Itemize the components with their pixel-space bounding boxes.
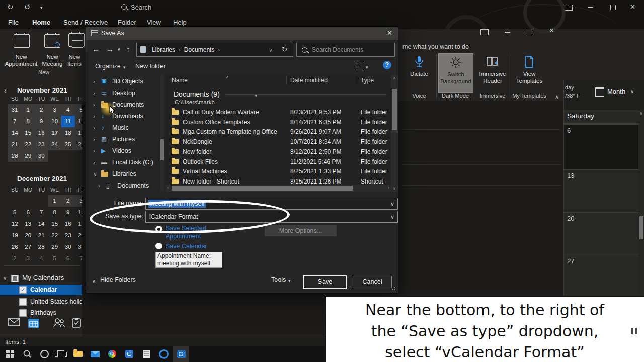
mini-calendar-day[interactable]: 9	[35, 116, 48, 127]
mini-calendar-day[interactable]: 12	[75, 116, 83, 127]
checkbox[interactable]	[19, 298, 27, 306]
save-calendar-label[interactable]: Save Calendar	[166, 242, 207, 250]
mini-calendar-day[interactable]: 18	[61, 127, 75, 139]
mini-calendar-day[interactable]: 28	[8, 150, 22, 162]
module-people-icon[interactable]	[52, 318, 65, 330]
file-row-call-of-duty-modern-warfare[interactable]: Call of Duty Modern Warfare8/23/2021 9:5…	[166, 107, 391, 117]
view-templates-button[interactable]: ViewTemplates	[513, 53, 545, 92]
mini-calendar-day[interactable]: 3	[48, 104, 62, 116]
tools-button[interactable]: Tools	[271, 276, 286, 283]
mini-calendar-day[interactable]: 22	[48, 230, 62, 241]
window-split-icon[interactable]	[480, 29, 489, 35]
view-chevron-icon[interactable]: ▾	[366, 65, 368, 70]
collapsed-chevron-icon[interactable]: ›	[93, 111, 95, 122]
history-chevron-icon[interactable]: ∨	[117, 47, 121, 52]
taskbar-mail-icon[interactable]	[87, 346, 103, 362]
checkbox[interactable]: ✓	[19, 286, 27, 294]
ribbon-tab-home[interactable]: Home	[29, 17, 53, 28]
ribbon-tab-file[interactable]: File	[5, 17, 22, 28]
close-icon[interactable]: ✕	[387, 27, 392, 40]
column-header-type[interactable]: Type	[361, 77, 374, 84]
calendar-list-item-birthdays[interactable]: Birthdays	[0, 308, 82, 318]
module-mail-icon[interactable]	[8, 318, 20, 329]
mini-calendar-day[interactable]: 3	[22, 253, 35, 264]
mini-calendar-day[interactable]: 31	[8, 104, 22, 116]
mini-calendar-day[interactable]: 31	[75, 241, 83, 253]
mini-calendar-day[interactable]: 21	[8, 139, 22, 150]
mini-calendar-day[interactable]: 27	[22, 241, 35, 253]
mini-calendar-day[interactable]: 21	[35, 230, 48, 241]
expanded-chevron-icon[interactable]: ∨	[93, 168, 97, 180]
search-input[interactable]: Search	[131, 4, 151, 11]
collapsed-chevron-icon[interactable]: ›	[93, 87, 95, 99]
calendar-list-item-united-states-holiday[interactable]: United States holiday	[0, 297, 82, 307]
column-header-date[interactable]: Date modified	[290, 77, 328, 84]
mini-calendar-day[interactable]: 8	[48, 207, 62, 218]
tree-item-documents[interactable]: ›Documents	[86, 99, 162, 111]
mini-calendar-day[interactable]: 19	[8, 230, 22, 241]
close-button[interactable]: ✕	[630, 3, 635, 11]
group-collapse-icon[interactable]: ∨	[254, 92, 258, 98]
month-cell-6[interactable]: 6	[564, 124, 638, 170]
tree-item-pictures[interactable]: ›▨Pictures	[86, 134, 162, 145]
mini-calendar-day[interactable]: 4	[61, 104, 75, 116]
forward-icon[interactable]: →	[106, 45, 114, 53]
tree-item-desktop[interactable]: ›▭Desktop	[86, 87, 162, 99]
file-row-new-folder-shortcut[interactable]: New folder - Shortcut8/15/2021 1:26 PMSh…	[166, 176, 391, 187]
mini-calendar-day[interactable]: 23	[35, 139, 48, 150]
file-row-new-folder[interactable]: New folder8/12/2021 2:50 PMFile folder	[166, 147, 391, 157]
scroll-up-icon[interactable]: ∧	[639, 111, 643, 116]
taskbar-chrome-icon[interactable]	[104, 346, 120, 362]
back-icon[interactable]: ←	[92, 45, 100, 53]
mini-calendar-day[interactable]: 5	[8, 207, 22, 218]
mini-calendar-day[interactable]: 24	[48, 139, 62, 150]
mini-calendar-day[interactable]: 17	[75, 218, 83, 230]
mini-calendar-day[interactable]: 8	[22, 116, 35, 127]
mini-calendar-day[interactable]: 6	[61, 253, 75, 264]
quick-access-chevron-icon[interactable]: ▾	[40, 5, 43, 10]
up-icon[interactable]: ↑	[126, 45, 130, 53]
month-cell-27[interactable]: 27	[564, 255, 638, 298]
mini-calendar-day[interactable]: 28	[35, 241, 48, 253]
tree-item-local-disk-c[interactable]: ›▬Local Disk (C:)	[86, 157, 162, 168]
taskbar-media-icon[interactable]	[121, 346, 137, 362]
view-list-icon[interactable]	[356, 62, 363, 69]
breadcrumb-documents[interactable]: Documents	[182, 43, 217, 56]
chevron-down-icon[interactable]: ∨	[390, 198, 394, 209]
mini-calendar-day[interactable]: 22	[22, 139, 35, 150]
refresh-icon[interactable]: ↻	[282, 43, 287, 56]
scrollbar-thumb[interactable]	[392, 89, 397, 130]
sync-icon[interactable]: ↻	[7, 3, 14, 12]
mini-calendar-day[interactable]: 10	[48, 116, 62, 127]
collapsed-chevron-icon[interactable]: ›	[93, 76, 95, 87]
mini-calendar-day[interactable]: 12	[8, 218, 22, 230]
previous-month-icon[interactable]: ‹	[4, 86, 7, 95]
mini-calendar-day[interactable]: 25	[61, 139, 75, 150]
calendar-list-item-calendar[interactable]: ✓Calendar	[0, 285, 82, 295]
tree-scrollbar[interactable]	[160, 75, 164, 192]
mini-calendar-day[interactable]: 11	[61, 116, 75, 127]
save-calendar-radio[interactable]	[155, 243, 162, 249]
mini-calendar-day[interactable]: 3	[75, 195, 83, 207]
resize-grip[interactable]	[392, 289, 393, 290]
save-selected-appointment-label[interactable]: Appointment	[166, 232, 201, 240]
mini-calendar-day[interactable]: 5	[75, 104, 83, 116]
tree-item-3d-objects[interactable]: ›▣3D Objects	[86, 76, 162, 87]
checkbox[interactable]	[19, 309, 27, 317]
mini-calendar-day[interactable]: 24	[75, 230, 83, 241]
my-calendars-checkbox[interactable]	[11, 275, 19, 282]
switch-background-button[interactable]: SwitchBackground	[438, 53, 473, 93]
tell-me-box[interactable]: me what you want to do	[403, 43, 469, 50]
chevron-down-icon[interactable]: ∨	[3, 275, 7, 281]
mini-calendar-day[interactable]: 30	[61, 241, 75, 253]
month-cell-13[interactable]: 13	[564, 169, 638, 213]
breadcrumb-bar[interactable]: Libraries›Documents› ∨ ↻	[136, 43, 293, 57]
file-row-outlook-files[interactable]: Outlook Files11/2/2021 5:46 PMFile folde…	[166, 157, 391, 167]
taskbar-notes-icon[interactable]	[138, 346, 154, 362]
mini-calendar-day[interactable]: 29	[48, 241, 62, 253]
taskbar-outlook-icon[interactable]	[173, 346, 189, 362]
file-row-custom-office-templates[interactable]: Custom Office Templates8/14/2021 6:35 PM…	[166, 117, 391, 127]
organize-button[interactable]: Organize	[95, 63, 121, 70]
mini-calendar-day[interactable]: 7	[35, 207, 48, 218]
mini-calendar-day[interactable]: 6	[22, 207, 35, 218]
